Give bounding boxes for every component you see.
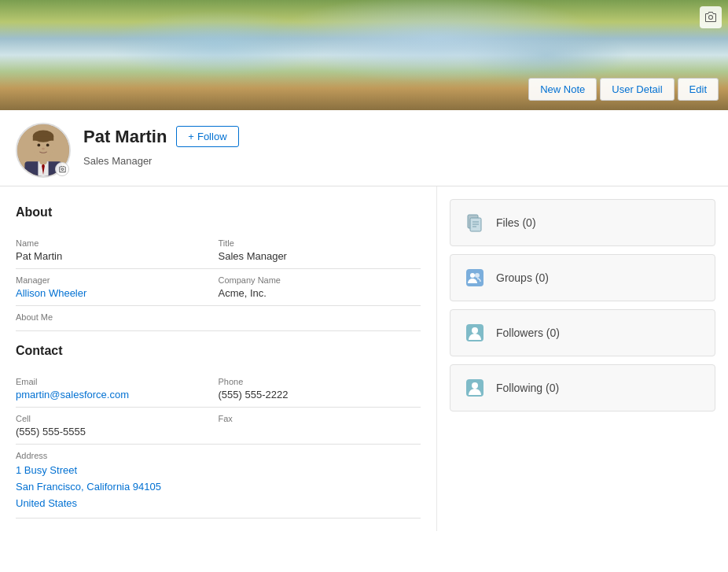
files-card[interactable]: Files (0) [450, 199, 715, 246]
svg-point-19 [470, 273, 475, 278]
avatar-camera-icon [58, 165, 67, 174]
camera-icon [704, 11, 717, 24]
field-title: Title Sales Manager [219, 232, 421, 269]
followers-icon [463, 321, 487, 345]
right-column: Files (0) Groups (0) [437, 186, 728, 531]
profile-name: Pat Martin [83, 127, 167, 147]
field-email-label: Email [16, 377, 203, 386]
field-email-value[interactable]: pmartin@salesforce.com [16, 389, 203, 400]
field-phone-value: (555) 555-2222 [219, 389, 406, 400]
about-section: About Name Pat Martin Title Sales Manage… [16, 205, 421, 331]
field-manager-value[interactable]: Allison Wheeler [16, 287, 203, 299]
field-address-label: Address [16, 451, 405, 460]
field-name-value: Pat Martin [16, 250, 203, 262]
field-phone: Phone (555) 555-2222 [219, 371, 421, 408]
banner-action-buttons: New Note User Detail Edit [528, 78, 719, 101]
groups-icon [463, 266, 487, 290]
follow-plus: + [188, 131, 194, 142]
field-email: Email pmartin@salesforce.com [16, 371, 219, 408]
field-name-label: Name [16, 238, 203, 248]
field-manager-label: Manager [16, 275, 203, 285]
main-content: About Name Pat Martin Title Sales Manage… [0, 186, 728, 531]
avatar-camera-button[interactable] [55, 162, 69, 176]
field-about-me: About Me [16, 306, 421, 331]
contact-section: Contact Email pmartin@salesforce.com Pho… [16, 344, 421, 518]
avatar-wrapper [16, 123, 71, 178]
field-cell-label: Cell [16, 414, 203, 423]
followers-label: Followers (0) [496, 327, 560, 339]
groups-label: Groups (0) [496, 271, 549, 284]
followers-card[interactable]: Followers (0) [450, 309, 715, 356]
follow-button[interactable]: + Follow [176, 126, 238, 147]
field-manager: Manager Allison Wheeler [16, 269, 219, 306]
field-cell-value: (555) 555-5555 [16, 426, 203, 437]
contact-fields-grid: Email pmartin@salesforce.com Phone (555)… [16, 371, 421, 518]
field-company-label: Company Name [219, 275, 406, 285]
new-note-button[interactable]: New Note [528, 78, 597, 101]
svg-rect-18 [466, 269, 483, 286]
svg-point-9 [46, 144, 50, 147]
contact-title: Contact [16, 344, 421, 358]
following-label: Following (0) [496, 382, 559, 394]
svg-point-12 [51, 144, 56, 150]
svg-point-8 [37, 144, 40, 147]
follow-label: Follow [197, 131, 227, 142]
left-column: About Name Pat Martin Title Sales Manage… [0, 186, 437, 531]
field-name: Name Pat Martin [16, 232, 219, 269]
banner-camera-button[interactable] [700, 6, 722, 28]
files-label: Files (0) [496, 216, 536, 229]
svg-point-11 [31, 144, 35, 150]
svg-point-10 [42, 148, 45, 150]
following-card[interactable]: Following (0) [450, 364, 715, 411]
field-address: Address 1 Busy StreetSan Francisco, Cali… [16, 445, 421, 518]
profile-info: Pat Martin + Follow Sales Manager [83, 123, 239, 167]
profile-title: Sales Manager [83, 155, 239, 167]
svg-point-24 [472, 382, 478, 389]
field-fax-label: Fax [219, 414, 406, 423]
field-company-value: Acme, Inc. [219, 287, 406, 299]
svg-point-22 [472, 327, 478, 334]
field-phone-label: Phone [219, 377, 406, 386]
profile-header: Pat Martin + Follow Sales Manager [0, 110, 728, 186]
svg-point-20 [475, 273, 480, 278]
about-fields-grid: Name Pat Martin Title Sales Manager Mana… [16, 232, 421, 331]
svg-rect-7 [33, 136, 53, 141]
field-company: Company Name Acme, Inc. [219, 269, 421, 306]
field-cell: Cell (555) 555-5555 [16, 408, 219, 445]
field-title-value: Sales Manager [219, 250, 406, 262]
field-fax: Fax [219, 408, 421, 445]
profile-banner: New Note User Detail Edit [0, 0, 728, 110]
following-icon [463, 376, 487, 400]
groups-card[interactable]: Groups (0) [450, 254, 715, 301]
about-title: About [16, 205, 421, 220]
edit-button[interactable]: Edit [678, 78, 719, 101]
files-icon [463, 211, 487, 234]
page-wrapper: New Note User Detail Edit [0, 0, 728, 572]
field-address-value[interactable]: 1 Busy StreetSan Francisco, California 9… [16, 463, 405, 511]
field-title-label: Title [219, 238, 406, 248]
field-about-me-label: About Me [16, 312, 405, 322]
user-detail-button[interactable]: User Detail [600, 78, 674, 101]
